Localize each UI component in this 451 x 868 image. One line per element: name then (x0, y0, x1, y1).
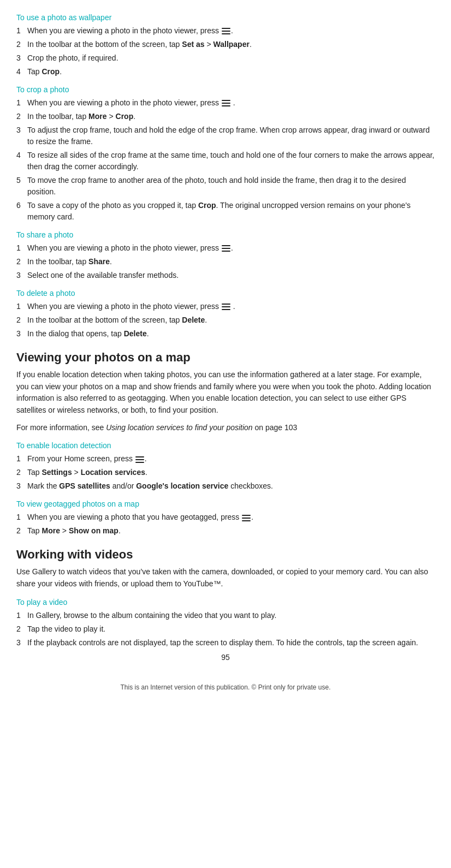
viewing-map-italic: Using location services to find your pos… (106, 423, 252, 432)
step-num: 3 (16, 124, 27, 136)
step-text: To adjust the crop frame, touch and hold… (27, 124, 435, 147)
section-crop: To crop a photo 1 When you are viewing a… (16, 85, 435, 223)
step-text: In Gallery, browse to the album containi… (27, 610, 435, 621)
step-text: When you are viewing a photo in the phot… (27, 25, 435, 37)
list-item: 4 Tap Crop. (16, 66, 435, 78)
list-item: 2 In the toolbar at the bottom of the sc… (16, 39, 435, 50)
section-wallpaper: To use a photo as wallpaper 1 When you a… (16, 13, 435, 78)
step-text: Mark the GPS satellites and/or Google's … (27, 480, 435, 492)
menu-icon (242, 515, 251, 521)
list-item: 1 When you are viewing a photo in the ph… (16, 25, 435, 37)
list-item: 1 In Gallery, browse to the album contai… (16, 610, 435, 621)
step-num: 1 (16, 301, 27, 312)
list-item: 2 In the toolbar, tap Share. (16, 256, 435, 267)
list-item: 1 From your Home screen, press . (16, 453, 435, 465)
step-num: 1 (16, 97, 27, 109)
step-num: 2 (16, 314, 27, 326)
step-text: In the toolbar at the bottom of the scre… (27, 314, 435, 326)
section-delete-steps: 1 When you are viewing a photo in the ph… (16, 301, 435, 340)
step-num: 2 (16, 39, 27, 50)
menu-icon (222, 304, 230, 310)
step-text: In the toolbar, tap Share. (27, 256, 435, 267)
step-text: Tap More > Show on map. (27, 525, 435, 537)
step-text: If the playback controls are not display… (27, 637, 435, 649)
videos-heading: Working with videos (16, 548, 435, 562)
footer-text: This is an Internet version of this publ… (16, 683, 435, 691)
list-item: 6 To save a copy of the photo as you cro… (16, 200, 435, 223)
step-num: 5 (16, 175, 27, 186)
section-delete: To delete a photo 1 When you are viewing… (16, 289, 435, 340)
section-videos: Working with videos Use Gallery to watch… (16, 548, 435, 648)
list-item: 2 In the toolbar at the bottom of the sc… (16, 314, 435, 326)
step-num: 1 (16, 610, 27, 621)
menu-icon (222, 245, 230, 252)
section-share: To share a photo 1 When you are viewing … (16, 230, 435, 281)
step-num: 2 (16, 256, 27, 267)
step-text: In the toolbar, tap More > Crop. (27, 111, 435, 122)
list-item: 2 In the toolbar, tap More > Crop. (16, 111, 435, 122)
step-text: To save a copy of the photo as you cropp… (27, 200, 435, 223)
step-text: When you are viewing a photo in the phot… (27, 97, 435, 109)
step-text: To resize all sides of the crop frame at… (27, 150, 435, 173)
viewing-map-heading: Viewing your photos on a map (16, 350, 435, 365)
step-num: 3 (16, 480, 27, 492)
geotagged-steps: 1 When you are viewing a photo that you … (16, 512, 435, 537)
list-item: 1 When you are viewing a photo that you … (16, 512, 435, 523)
step-text: When you are viewing a photo in the phot… (27, 301, 435, 312)
step-num: 2 (16, 525, 27, 537)
section-viewing-map: Viewing your photos on a map If you enab… (16, 350, 435, 537)
list-item: 3 If the playback controls are not displ… (16, 637, 435, 649)
step-text: In the dialog that opens, tap Delete. (27, 328, 435, 340)
enable-location-title: To enable location detection (16, 441, 435, 450)
step-num: 3 (16, 637, 27, 649)
section-wallpaper-steps: 1 When you are viewing a photo in the ph… (16, 25, 435, 78)
step-num: 4 (16, 150, 27, 161)
list-item: 3 To adjust the crop frame, touch and ho… (16, 124, 435, 147)
list-item: 3 Crop the photo, if required. (16, 52, 435, 64)
videos-para: Use Gallery to watch videos that you’ve … (16, 566, 435, 590)
step-text: Tap the video to play it. (27, 623, 435, 635)
list-item: 3 Mark the GPS satellites and/or Google'… (16, 480, 435, 492)
play-video-steps: 1 In Gallery, browse to the album contai… (16, 610, 435, 649)
step-num: 1 (16, 453, 27, 465)
list-item: 1 When you are viewing a photo in the ph… (16, 301, 435, 312)
list-item: 1 When you are viewing a photo in the ph… (16, 97, 435, 109)
viewing-map-para2: For more information, see Using location… (16, 422, 435, 434)
step-num: 3 (16, 52, 27, 64)
geotagged-title: To view geotagged photos on a map (16, 500, 435, 508)
step-num: 2 (16, 467, 27, 478)
menu-icon (222, 28, 230, 34)
step-num: 2 (16, 111, 27, 122)
section-share-title: To share a photo (16, 230, 435, 239)
step-text: In the toolbar at the bottom of the scre… (27, 39, 435, 50)
step-text: Select one of the available transfer met… (27, 270, 435, 281)
step-text: Tap Settings > Location services. (27, 467, 435, 478)
section-crop-steps: 1 When you are viewing a photo in the ph… (16, 97, 435, 223)
menu-icon (222, 100, 230, 106)
menu-icon (135, 456, 144, 463)
section-wallpaper-title: To use a photo as wallpaper (16, 13, 435, 22)
step-text: Tap Crop. (27, 66, 435, 78)
page-number: 95 (16, 653, 435, 662)
step-text: From your Home screen, press . (27, 453, 435, 465)
step-text: To move the crop frame to another area o… (27, 175, 435, 198)
list-item: 2 Tap Settings > Location services. (16, 467, 435, 478)
step-num: 2 (16, 623, 27, 635)
step-text: When you are viewing a photo in the phot… (27, 242, 435, 254)
step-num: 1 (16, 512, 27, 523)
step-num: 3 (16, 270, 27, 281)
list-item: 5 To move the crop frame to another area… (16, 175, 435, 198)
step-num: 1 (16, 25, 27, 37)
step-text: When you are viewing a photo that you ha… (27, 512, 435, 523)
list-item: 2 Tap More > Show on map. (16, 525, 435, 537)
section-share-steps: 1 When you are viewing a photo in the ph… (16, 242, 435, 281)
list-item: 2 Tap the video to play it. (16, 623, 435, 635)
step-text: Crop the photo, if required. (27, 52, 435, 64)
list-item: 4 To resize all sides of the crop frame … (16, 150, 435, 173)
step-num: 6 (16, 200, 27, 211)
step-num: 1 (16, 242, 27, 254)
enable-location-steps: 1 From your Home screen, press . 2 Tap S… (16, 453, 435, 492)
step-num: 3 (16, 328, 27, 340)
viewing-map-para1: If you enable location detection when ta… (16, 369, 435, 417)
section-delete-title: To delete a photo (16, 289, 435, 298)
